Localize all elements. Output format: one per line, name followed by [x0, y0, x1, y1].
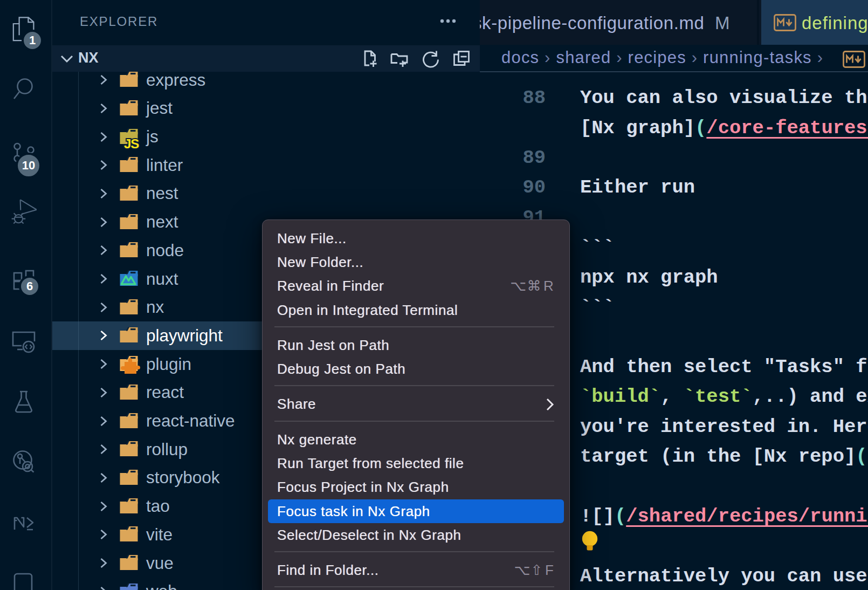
svg-text:JS: JS: [124, 136, 139, 151]
